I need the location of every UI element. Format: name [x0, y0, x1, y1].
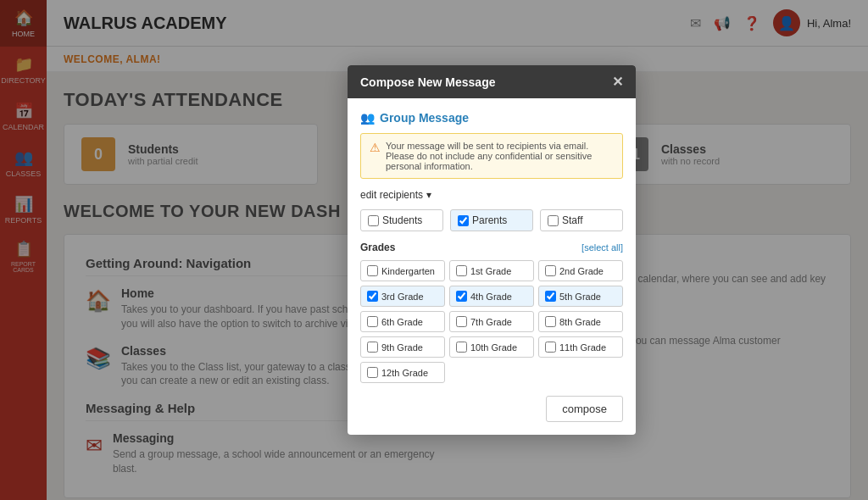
group-message-label: Group Message	[380, 111, 469, 125]
grade2-label: 2nd Grade	[559, 266, 604, 276]
grade-11th[interactable]: 11th Grade	[538, 336, 623, 358]
edit-recipients-toggle[interactable]: edit recipients ▾	[360, 189, 623, 201]
group-message-link[interactable]: 👥 Group Message	[360, 111, 623, 125]
modal-close-button[interactable]: ✕	[612, 74, 623, 90]
select-all-button[interactable]: [select all]	[581, 242, 623, 253]
grade11-label: 11th Grade	[559, 342, 606, 353]
recipients-row: Students Parents Staff	[360, 209, 623, 231]
grade1-checkbox[interactable]	[456, 265, 467, 276]
modal-body: 👥 Group Message ⚠ Your message will be s…	[348, 98, 636, 435]
grade11-checkbox[interactable]	[545, 342, 556, 353]
warning-text: Your message will be sent to recipients …	[386, 141, 614, 171]
grade4-label: 4th Grade	[470, 292, 512, 302]
grade-4th[interactable]: 4th Grade	[449, 286, 534, 307]
grade-2nd[interactable]: 2nd Grade	[538, 260, 623, 281]
compose-message-modal: Compose New Message ✕ 👥 Group Message ⚠ …	[348, 65, 636, 435]
grade9-checkbox[interactable]	[367, 342, 378, 353]
grade-9th[interactable]: 9th Grade	[360, 336, 445, 358]
kindergarten-label: Kindergarten	[381, 266, 435, 276]
modal-title: Compose New Message	[360, 75, 496, 89]
parents-checkbox[interactable]	[458, 215, 469, 226]
parents-checkbox-text: Parents	[472, 214, 507, 226]
grade5-label: 5th Grade	[559, 292, 601, 302]
grade12-label: 12th Grade	[381, 368, 428, 378]
grade6-checkbox[interactable]	[367, 316, 378, 327]
grade9-label: 9th Grade	[381, 342, 423, 353]
kindergarten-checkbox[interactable]	[367, 265, 378, 276]
students-checkbox-label[interactable]: Students	[360, 209, 443, 231]
grade1-label: 1st Grade	[470, 266, 511, 276]
message-warning: ⚠ Your message will be sent to recipient…	[360, 133, 623, 179]
grade10-checkbox[interactable]	[456, 342, 467, 353]
grade5-checkbox[interactable]	[545, 291, 556, 302]
grade-7th[interactable]: 7th Grade	[449, 311, 534, 332]
grade12-checkbox[interactable]	[367, 367, 378, 378]
compose-button[interactable]: compose	[546, 396, 623, 422]
grade-10th[interactable]: 10th Grade	[449, 336, 534, 358]
grade-12th[interactable]: 12th Grade	[360, 362, 445, 383]
grade-8th[interactable]: 8th Grade	[538, 311, 623, 332]
grade-5th[interactable]: 5th Grade	[538, 286, 623, 307]
grade8-checkbox[interactable]	[545, 316, 556, 327]
parents-checkbox-label[interactable]: Parents	[450, 209, 533, 231]
grades-header: Grades [select all]	[360, 242, 623, 253]
grade6-label: 6th Grade	[381, 317, 423, 327]
grade-1st[interactable]: 1st Grade	[449, 260, 534, 281]
grade10-label: 10th Grade	[470, 342, 517, 353]
grade-6th[interactable]: 6th Grade	[360, 311, 445, 332]
chevron-down-icon: ▾	[426, 189, 431, 201]
grade3-label: 3rd Grade	[381, 292, 424, 302]
grade8-label: 8th Grade	[559, 317, 601, 327]
edit-recipients-label: edit recipients	[360, 189, 423, 201]
staff-checkbox[interactable]	[548, 215, 559, 226]
staff-checkbox-text: Staff	[562, 214, 582, 226]
grade2-checkbox[interactable]	[545, 265, 556, 276]
grade7-label: 7th Grade	[470, 317, 512, 327]
modal-header: Compose New Message ✕	[348, 65, 636, 98]
group-message-icon: 👥	[360, 111, 375, 125]
students-checkbox-text: Students	[382, 214, 422, 226]
grade-kindergarten[interactable]: Kindergarten	[360, 260, 445, 281]
grades-grid: Kindergarten 1st Grade 2nd Grade 3rd Gra…	[360, 260, 623, 383]
students-checkbox[interactable]	[368, 215, 379, 226]
grade3-checkbox[interactable]	[367, 291, 378, 302]
grades-label: Grades	[360, 242, 395, 253]
warning-icon: ⚠	[370, 141, 381, 154]
grade4-checkbox[interactable]	[456, 291, 467, 302]
grade-3rd[interactable]: 3rd Grade	[360, 286, 445, 307]
staff-checkbox-label[interactable]: Staff	[540, 209, 623, 231]
grade7-checkbox[interactable]	[456, 316, 467, 327]
